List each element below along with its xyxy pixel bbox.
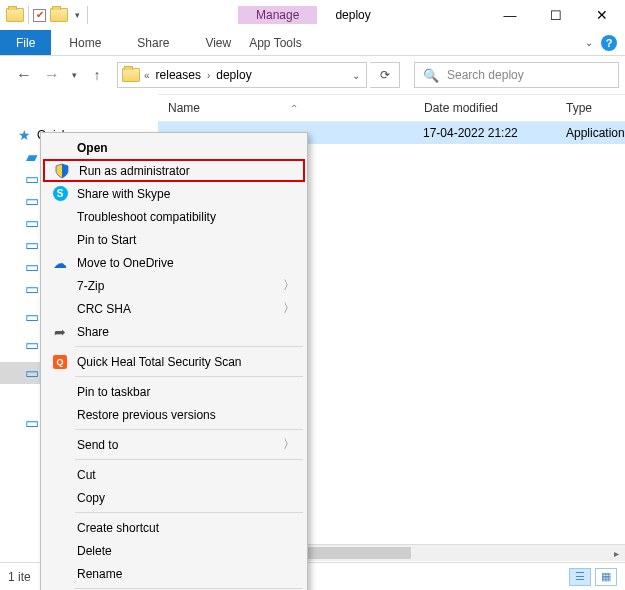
qat-properties-toggle[interactable]: ✔ — [33, 9, 46, 22]
cloud-icon: ☁ — [51, 254, 69, 272]
sort-indicator-icon: ⌃ — [290, 103, 298, 114]
breadcrumb-releases[interactable]: releases — [152, 68, 205, 82]
home-tab[interactable]: Home — [51, 30, 119, 55]
back-button[interactable]: ← — [12, 63, 36, 87]
column-header-name[interactable]: Name ⌃ — [158, 101, 414, 115]
context-menu: Open Run as administrator S Share with S… — [40, 132, 308, 590]
submenu-arrow-icon: 〉 — [283, 436, 295, 453]
qat-new-folder-icon[interactable] — [50, 8, 68, 22]
file-date-modified: 17-04-2022 21:22 — [423, 126, 518, 140]
icons-view-button[interactable]: ▦ — [595, 568, 617, 586]
folder-icon: ▭ — [24, 193, 40, 209]
menu-item-sendto[interactable]: Send to〉 — [43, 433, 305, 456]
menu-item-copy[interactable]: Copy — [43, 486, 305, 509]
menu-item-open[interactable]: Open — [43, 136, 305, 159]
menu-item-crc[interactable]: CRC SHA〉 — [43, 297, 305, 320]
address-bar[interactable]: « releases › deploy ⌄ — [117, 62, 367, 88]
menu-item-shortcut[interactable]: Create shortcut — [43, 516, 305, 539]
folder-icon: ▭ — [24, 259, 40, 275]
refresh-button[interactable]: ⟳ — [370, 62, 400, 88]
address-dropdown[interactable]: ⌄ — [346, 70, 366, 81]
menu-item-pin-start[interactable]: Pin to Start — [43, 228, 305, 251]
column-header-row: Name ⌃ Date modified Type — [158, 94, 625, 122]
close-button[interactable]: ✕ — [579, 0, 625, 30]
folder-icon: ▭ — [24, 237, 40, 253]
column-header-date[interactable]: Date modified — [414, 101, 556, 115]
menu-item-run-admin[interactable]: Run as administrator — [43, 159, 305, 182]
menu-item-7zip[interactable]: 7-Zip〉 — [43, 274, 305, 297]
details-view-button[interactable]: ☰ — [569, 568, 591, 586]
menu-item-rename[interactable]: Rename — [43, 562, 305, 585]
quickheal-icon: Q — [51, 353, 69, 371]
submenu-arrow-icon: 〉 — [283, 277, 295, 294]
monitor-icon: ▭ — [24, 171, 40, 187]
view-tab[interactable]: View — [187, 30, 249, 55]
menu-separator — [75, 512, 303, 513]
menu-item-pin-taskbar[interactable]: Pin to taskbar — [43, 380, 305, 403]
window-buttons: — ☐ ✕ — [487, 0, 625, 30]
folder-icon: ▭ — [24, 309, 40, 325]
help-button[interactable]: ? — [601, 35, 617, 51]
file-type: Application — [566, 126, 625, 140]
minimize-button[interactable]: — — [487, 0, 533, 30]
menu-item-delete[interactable]: Delete — [43, 539, 305, 562]
star-icon: ★ — [18, 127, 31, 143]
menu-item-skype[interactable]: S Share with Skype — [43, 182, 305, 205]
shield-icon — [53, 162, 71, 180]
skype-icon: S — [51, 185, 69, 203]
menu-item-quickheal[interactable]: Q Quick Heal Total Security Scan — [43, 350, 305, 373]
folder-icon: ▭ — [24, 215, 40, 231]
scroll-right-button[interactable]: ▸ — [608, 545, 625, 562]
column-header-type[interactable]: Type — [556, 101, 592, 115]
share-tab[interactable]: Share — [119, 30, 187, 55]
share-icon: ➦ — [51, 323, 69, 341]
qat-end-separator — [87, 6, 88, 24]
submenu-arrow-icon: 〉 — [283, 300, 295, 317]
menu-separator — [75, 588, 303, 589]
menu-item-restore[interactable]: Restore previous versions — [43, 403, 305, 426]
forward-button: → — [40, 63, 64, 87]
app-folder-icon[interactable] — [6, 8, 24, 22]
chevron-icon[interactable]: « — [142, 70, 152, 81]
ribbon-context-tab[interactable]: Manage — [238, 6, 317, 24]
drive-icon: ▭ — [24, 415, 40, 431]
menu-item-troubleshoot[interactable]: Troubleshoot compatibility — [43, 205, 305, 228]
folder-icon: ▭ — [24, 365, 40, 381]
address-folder-icon — [122, 68, 140, 82]
history-dropdown[interactable]: ▾ — [68, 70, 81, 80]
search-placeholder: Search deploy — [447, 68, 524, 82]
ribbon-tabs: File Home Share View App Tools ⌄ ? — [0, 30, 625, 56]
menu-separator — [75, 459, 303, 460]
title-bar: ✔ ▾ Manage deploy — ☐ ✕ — [0, 0, 625, 30]
folder-icon: ▭ — [24, 337, 40, 353]
menu-separator — [75, 346, 303, 347]
qat-customize-caret[interactable]: ▾ — [72, 10, 83, 20]
qat-separator — [28, 6, 29, 24]
navigation-bar: ← → ▾ ↑ « releases › deploy ⌄ ⟳ 🔍 Search… — [0, 56, 625, 94]
chevron-icon[interactable]: › — [205, 70, 212, 81]
ribbon-expand-caret[interactable]: ⌄ — [585, 37, 593, 48]
menu-separator — [75, 376, 303, 377]
menu-item-share[interactable]: ➦ Share — [43, 320, 305, 343]
up-button[interactable]: ↑ — [85, 63, 109, 87]
maximize-button[interactable]: ☐ — [533, 0, 579, 30]
menu-separator — [75, 429, 303, 430]
quick-access-toolbar: ✔ ▾ — [0, 6, 83, 24]
folder-icon: ▭ — [24, 281, 40, 297]
search-icon: 🔍 — [423, 68, 439, 83]
window-title: deploy — [317, 8, 370, 22]
file-tab[interactable]: File — [0, 30, 51, 55]
menu-item-cut[interactable]: Cut — [43, 463, 305, 486]
menu-item-onedrive[interactable]: ☁ Move to OneDrive — [43, 251, 305, 274]
status-text: 1 ite — [8, 570, 31, 584]
app-tools-tab[interactable]: App Tools — [249, 30, 337, 55]
cloud-icon: ▰ — [24, 149, 40, 165]
search-input[interactable]: 🔍 Search deploy — [414, 62, 619, 88]
breadcrumb-deploy[interactable]: deploy — [212, 68, 255, 82]
